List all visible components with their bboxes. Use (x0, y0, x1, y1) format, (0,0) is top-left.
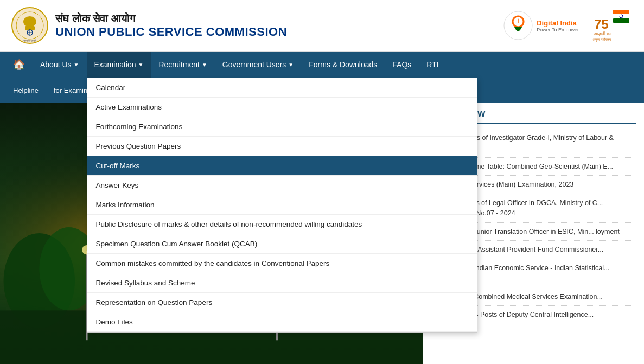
examination-dropdown: Calendar Active Examinations Forthcoming… (87, 78, 477, 333)
nav-faqs[interactable]: FAQs (385, 52, 419, 78)
dropdown-representation[interactable]: Representation on Question Papers (87, 293, 477, 312)
svg-rect-13 (613, 18, 629, 23)
dropdown-revised-syllabus[interactable]: Revised Syllabus and Scheme (87, 273, 477, 293)
main-navbar: 🏠 About Us ▼ Examination ▼ Calendar Acti… (0, 52, 644, 78)
svg-point-2 (23, 16, 36, 27)
nav-about-us[interactable]: About Us ▼ (33, 52, 87, 78)
dropdown-demo-files[interactable]: Demo Files (87, 312, 477, 332)
dropdown-previous-question-papers[interactable]: Previous Question Papers (87, 137, 477, 156)
dropdown-public-disclosure[interactable]: Public Disclosure of marks & other detai… (87, 215, 477, 234)
digital-india-badge: i Digital India Power To Empower (503, 11, 579, 41)
nav-government-users[interactable]: Government Users ▼ (215, 52, 301, 78)
dropdown-qcab[interactable]: Specimen Question Cum Answer Booklet (QC… (87, 234, 477, 254)
nav-examination[interactable]: Examination ▼ Calendar Active Examinatio… (87, 52, 151, 78)
nav-forms-downloads[interactable]: Forms & Downloads (301, 52, 385, 78)
site-header: सत्यमेव जयते संघ लोक सेवा आयोग UNION PUB… (0, 0, 644, 52)
dropdown-marks-information[interactable]: Marks Information (87, 195, 477, 215)
logo-area: सत्यमेव जयते संघ लोक सेवा आयोग UNION PUB… (11, 7, 503, 44)
dropdown-forthcoming-examinations[interactable]: Forthcoming Examinations (87, 117, 477, 137)
azadi-icon: 75 आज़ादी का अमृत महोत्सव (591, 7, 632, 42)
recruitment-arrow: ▼ (202, 62, 207, 68)
dropdown-active-examinations[interactable]: Active Examinations (87, 98, 477, 117)
svg-rect-11 (613, 10, 629, 14)
svg-text:अमृत महोत्सव: अमृत महोत्सव (592, 37, 611, 42)
nav-rti[interactable]: RTI (419, 52, 446, 78)
nav-home[interactable]: 🏠 (5, 52, 33, 78)
english-title: UNION PUBLIC SERVICE COMMISSION (55, 25, 287, 39)
about-us-arrow: ▼ (74, 62, 79, 68)
emblem-icon: सत्यमेव जयते (11, 7, 49, 44)
dropdown-calendar[interactable]: Calendar (87, 78, 477, 98)
svg-text:आज़ादी का: आज़ादी का (594, 31, 611, 36)
svg-text:i: i (517, 17, 519, 24)
svg-text:सत्यमेव जयते: सत्यमेव जयते (23, 39, 36, 42)
di-sublabel: Power To Empower (537, 27, 579, 33)
nav-recruitment[interactable]: Recruitment ▼ (151, 52, 214, 78)
hindi-title: संघ लोक सेवा आयोग (55, 12, 287, 25)
svg-text:75: 75 (594, 17, 609, 31)
azadi-badge: 75 आज़ादी का अमृत महोत्सव (590, 7, 633, 44)
dropdown-cutoff-marks[interactable]: Cut-off Marks (87, 156, 477, 176)
dropdown-answer-keys[interactable]: Answer Keys (87, 176, 477, 195)
di-label: Digital India (537, 19, 579, 27)
examination-arrow: ▼ (138, 62, 144, 68)
government-users-arrow: ▼ (288, 62, 294, 68)
sub-nav-helpline[interactable]: Helpline (5, 78, 46, 103)
header-badges: i Digital India Power To Empower (503, 7, 633, 44)
dropdown-common-mistakes[interactable]: Common mistakes committed by the candida… (87, 254, 477, 273)
digital-india-icon: i (503, 11, 533, 41)
logo-text: संघ लोक सेवा आयोग UNION PUBLIC SERVICE C… (55, 12, 287, 39)
